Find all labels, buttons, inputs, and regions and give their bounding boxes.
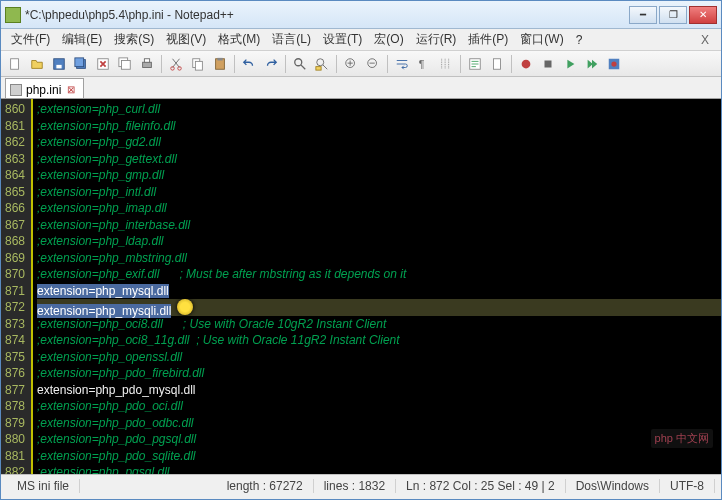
code-line[interactable]: ;extension=php_mbstring.dll: [37, 250, 721, 267]
code-line[interactable]: ;extension=php_gettext.dll: [37, 151, 721, 168]
function-list-icon[interactable]: [465, 54, 485, 74]
doc-map-icon[interactable]: [487, 54, 507, 74]
status-length: length : 67272: [217, 479, 314, 493]
code-line[interactable]: extension=php_pdo_mysql.dll: [37, 382, 721, 399]
svg-rect-25: [545, 60, 552, 67]
menu-file[interactable]: 文件(F): [5, 29, 56, 50]
line-number: 872: [5, 299, 25, 316]
zoom-in-icon[interactable]: [341, 54, 361, 74]
file-icon: [10, 84, 22, 96]
line-number: 877: [5, 382, 25, 399]
toolbar: ¶: [1, 51, 721, 77]
code-line[interactable]: ;extension=php_gmp.dll: [37, 167, 721, 184]
cut-icon[interactable]: [166, 54, 186, 74]
code-line[interactable]: ;extension=php_ldap.dll: [37, 233, 721, 250]
svg-rect-4: [75, 57, 84, 66]
close-all-icon[interactable]: [115, 54, 135, 74]
record-macro-icon[interactable]: [516, 54, 536, 74]
code-line[interactable]: ;extension=php_pgsql.dll: [37, 464, 721, 474]
editor[interactable]: 8608618628638648658668678688698708718728…: [1, 99, 721, 474]
svg-rect-13: [195, 61, 202, 70]
line-gutter: 8608618628638648658668678688698708718728…: [1, 99, 31, 474]
status-filetype: MS ini file: [7, 479, 80, 493]
code-line[interactable]: ;extension=php_pdo_sqlite.dll: [37, 448, 721, 465]
code-line[interactable]: extension=php_mysql.dll: [37, 283, 721, 300]
print-icon[interactable]: [137, 54, 157, 74]
code-line[interactable]: ;extension=php_fileinfo.dll: [37, 118, 721, 135]
menu-view[interactable]: 视图(V): [160, 29, 212, 50]
line-number: 874: [5, 332, 25, 349]
code-line[interactable]: ;extension=php_imap.dll: [37, 200, 721, 217]
copy-icon[interactable]: [188, 54, 208, 74]
code-line[interactable]: ;extension=php_intl.dll: [37, 184, 721, 201]
status-lines: lines : 1832: [314, 479, 396, 493]
window-title: *C:\phpedu\php5.4\php.ini - Notepad++: [25, 8, 629, 22]
menu-macro[interactable]: 宏(O): [368, 29, 409, 50]
code-line[interactable]: ;extension=php_pdo_oci.dll: [37, 398, 721, 415]
menu-settings[interactable]: 设置(T): [317, 29, 368, 50]
tab-close-icon[interactable]: ⊠: [67, 84, 75, 95]
minimize-button[interactable]: ━: [629, 6, 657, 24]
close-file-icon[interactable]: [93, 54, 113, 74]
show-all-chars-icon[interactable]: ¶: [414, 54, 434, 74]
line-number: 869: [5, 250, 25, 267]
code-line[interactable]: ;extension=php_pdo_pgsql.dll: [37, 431, 721, 448]
menu-edit[interactable]: 编辑(E): [56, 29, 108, 50]
close-button[interactable]: ✕: [689, 6, 717, 24]
zoom-out-icon[interactable]: [363, 54, 383, 74]
find-icon[interactable]: [290, 54, 310, 74]
line-number: 876: [5, 365, 25, 382]
code-line[interactable]: extension=php_mysqli.dll: [37, 299, 721, 316]
line-number: 873: [5, 316, 25, 333]
svg-rect-23: [494, 58, 501, 69]
line-number: 864: [5, 167, 25, 184]
play-macro-icon[interactable]: [560, 54, 580, 74]
new-file-icon[interactable]: [5, 54, 25, 74]
save-all-icon[interactable]: [71, 54, 91, 74]
code-line[interactable]: ;extension=php_gd2.dll: [37, 134, 721, 151]
status-encoding: UTF-8: [660, 479, 715, 493]
cursor-indicator: [177, 299, 193, 315]
code-line[interactable]: ;extension=php_exif.dll ; Must be after …: [37, 266, 721, 283]
status-position: Ln : 872 Col : 25 Sel : 49 | 2: [396, 479, 566, 493]
menu-window[interactable]: 窗口(W): [514, 29, 569, 50]
svg-rect-18: [316, 66, 321, 70]
line-number: 882: [5, 464, 25, 474]
menu-plugins[interactable]: 插件(P): [462, 29, 514, 50]
save-macro-icon[interactable]: [604, 54, 624, 74]
menu-search[interactable]: 搜索(S): [108, 29, 160, 50]
menubar-close-icon[interactable]: X: [693, 31, 717, 49]
open-file-icon[interactable]: [27, 54, 47, 74]
maximize-button[interactable]: ❐: [659, 6, 687, 24]
code-line[interactable]: ;extension=php_interbase.dll: [37, 217, 721, 234]
menu-run[interactable]: 运行(R): [410, 29, 463, 50]
code-line[interactable]: ;extension=php_curl.dll: [37, 101, 721, 118]
play-multi-icon[interactable]: [582, 54, 602, 74]
redo-icon[interactable]: [261, 54, 281, 74]
line-number: 871: [5, 283, 25, 300]
svg-rect-7: [122, 60, 131, 69]
code-line[interactable]: ;extension=php_pdo_firebird.dll: [37, 365, 721, 382]
svg-rect-8: [143, 62, 152, 67]
code-line[interactable]: ;extension=php_openssl.dll: [37, 349, 721, 366]
replace-icon[interactable]: [312, 54, 332, 74]
paste-icon[interactable]: [210, 54, 230, 74]
stop-macro-icon[interactable]: [538, 54, 558, 74]
undo-icon[interactable]: [239, 54, 259, 74]
tab-phpini[interactable]: php.ini ⊠: [5, 78, 84, 98]
code-line[interactable]: ;extension=php_oci8.dll ; Use with Oracl…: [37, 316, 721, 333]
line-number: 878: [5, 398, 25, 415]
code-line[interactable]: ;extension=php_pdo_odbc.dll: [37, 415, 721, 432]
save-icon[interactable]: [49, 54, 69, 74]
menu-language[interactable]: 语言(L): [266, 29, 317, 50]
line-number: 862: [5, 134, 25, 151]
wordwrap-icon[interactable]: [392, 54, 412, 74]
menu-help[interactable]: ?: [570, 31, 589, 49]
status-eol: Dos\Windows: [566, 479, 660, 493]
indent-guide-icon[interactable]: [436, 54, 456, 74]
code-area[interactable]: ;extension=php_curl.dll;extension=php_fi…: [31, 99, 721, 474]
code-line[interactable]: ;extension=php_oci8_11g.dll ; Use with O…: [37, 332, 721, 349]
svg-rect-15: [217, 57, 222, 60]
line-number: 860: [5, 101, 25, 118]
menu-format[interactable]: 格式(M): [212, 29, 266, 50]
